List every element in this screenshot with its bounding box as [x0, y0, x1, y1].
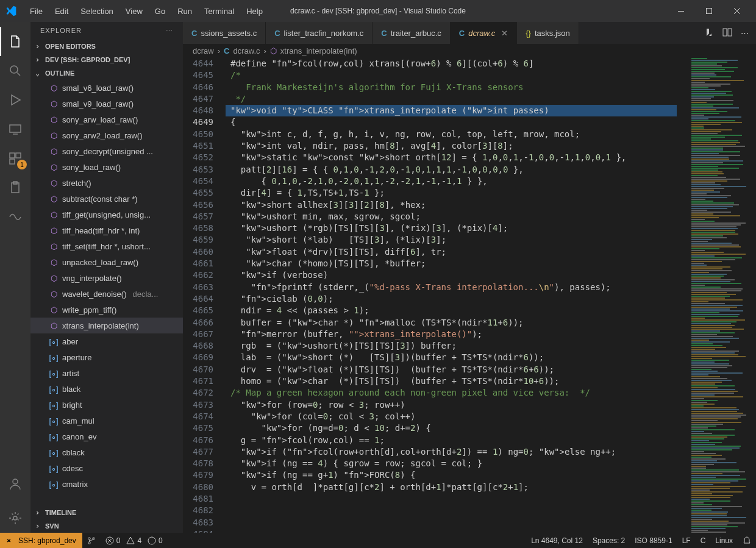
outline-item[interactable]: [∘]cam_mul [30, 413, 183, 429]
outline-item[interactable]: ⬡wavelet_denoise()decla... [30, 286, 183, 302]
outline-label: sony_arw2_load_raw() [62, 131, 143, 140]
outline-item[interactable]: ⬡tiff_set(tiff_hdr *, ushort... [30, 238, 183, 254]
outline-item[interactable]: ⬡write_ppm_tiff() [30, 302, 183, 318]
activity-clipboard[interactable] [0, 173, 30, 202]
outline-item[interactable]: ⬡smal_v6_load_raw() [30, 80, 183, 96]
problems[interactable]: 0 4 0 [101, 533, 168, 548]
outline-item[interactable]: [∘]canon_ev [30, 429, 183, 444]
section-svn[interactable]: ›SVN [30, 519, 183, 533]
svg-point-10 [13, 516, 17, 520]
minimize-button[interactable] [667, 0, 695, 22]
vscode-logo-icon [5, 5, 17, 17]
outline-item[interactable]: ⬡sony_decrypt(unsigned ... [30, 143, 183, 159]
outline-item[interactable]: ⬡sony_arw_load_raw() [30, 112, 183, 127]
chevron-right-icon: › [35, 508, 43, 517]
outline-item[interactable]: [∘]aperture [30, 349, 183, 365]
activity-explorer[interactable] [0, 27, 30, 56]
tab[interactable]: Clister_tracfin_norkom.c [266, 22, 373, 44]
outline-item[interactable]: [∘]cmatrix [30, 476, 183, 492]
outline-item[interactable]: [∘]bright [30, 397, 183, 413]
tab[interactable]: Cdcraw.c✕ [451, 22, 517, 44]
menu-selection[interactable]: Selection [75, 4, 118, 18]
outline-label: xtrans_interpolate(int) [62, 321, 139, 330]
outline-item[interactable]: ⬡xtrans_interpolate(int) [30, 318, 183, 333]
section-dev[interactable]: ›DEV [SSH: GBPROD_DEV] [30, 53, 183, 66]
info-icon [148, 536, 156, 545]
menu-view[interactable]: View [120, 4, 148, 18]
section-timeline[interactable]: ›TIMELINE [30, 506, 183, 519]
svg-rect-3 [10, 125, 21, 132]
language[interactable]: C [696, 536, 711, 545]
outline-item[interactable]: ⬡vng_interpolate() [30, 270, 183, 286]
outline-item[interactable]: ⬡tiff_head(tiff_hdr *, int) [30, 222, 183, 238]
outline-label: cam_mul [62, 416, 94, 425]
split-icon[interactable] [722, 27, 732, 39]
section-outline[interactable]: ⌄OUTLINE [30, 66, 183, 80]
outline-item[interactable]: ⬡subtract(const char *) [30, 191, 183, 207]
variable-icon: [∘] [49, 480, 59, 489]
compare-icon[interactable] [704, 27, 714, 39]
outline-item[interactable]: ⬡sony_load_raw() [30, 159, 183, 175]
more-icon[interactable]: ⋯ [741, 29, 749, 38]
outline-item[interactable]: ⬡unpacked_load_raw() [30, 254, 183, 270]
outline-item[interactable]: [∘]cblack [30, 444, 183, 460]
svg-rect-5 [16, 153, 21, 158]
more-icon[interactable]: ⋯ [166, 27, 173, 35]
outline-label: canon_ev [62, 432, 96, 441]
scm-branch[interactable] [82, 533, 101, 548]
tab[interactable]: Ctraiter_arbuc.c [373, 22, 450, 44]
outline-item[interactable]: ⬡stretch() [30, 175, 183, 191]
outline-label: write_ppm_tiff() [62, 305, 116, 315]
outline-item[interactable]: [∘]aber [30, 333, 183, 349]
tab-label: traiter_arbuc.c [391, 29, 441, 38]
breadcrumb[interactable]: dcraw› Cdcraw.c› ⬡xtrans_interpolate(int… [183, 44, 756, 58]
outline-label: bright [62, 400, 82, 410]
menu-edit[interactable]: Edit [49, 4, 74, 18]
activity-remote[interactable] [0, 115, 30, 144]
window-title: dcraw.c - dev [SSH: gbprod_dev] - Visual… [290, 7, 466, 15]
menu-go[interactable]: Go [149, 4, 171, 18]
minimap[interactable] [689, 58, 756, 533]
eol[interactable]: LF [677, 536, 696, 545]
outline-label: subtract(const char *) [62, 194, 138, 204]
indent[interactable]: Spaces: 2 [588, 536, 630, 545]
code-editor[interactable]: #define "fn">fcol(row,col) xtrans[(row+6… [226, 58, 756, 533]
variable-icon: [∘] [49, 432, 59, 441]
close-button[interactable] [723, 0, 751, 22]
tab[interactable]: Cssions_assets.c [183, 22, 266, 44]
menu-help[interactable]: Help [241, 4, 268, 18]
bell-icon[interactable] [738, 536, 756, 545]
outline-item[interactable]: ⬡tiff_get(unsigned, unsig... [30, 207, 183, 222]
close-icon[interactable]: ✕ [501, 29, 508, 38]
activity-search[interactable] [0, 56, 30, 85]
menu-file[interactable]: File [24, 4, 48, 18]
outline-item[interactable]: ⬡sony_arw2_load_raw() [30, 127, 183, 143]
activity-custom[interactable] [0, 202, 30, 232]
tab[interactable]: {}tasks.json [517, 22, 579, 44]
files-icon [9, 34, 23, 49]
outline-item[interactable]: [∘]artist [30, 365, 183, 381]
outline-item[interactable]: [∘]black [30, 381, 183, 397]
outline-item[interactable]: ⬡smal_v9_load_raw() [30, 96, 183, 112]
menu-terminal[interactable]: Terminal [199, 4, 240, 18]
outline-item[interactable]: [∘]cdesc [30, 460, 183, 476]
outline-label: sony_arw_load_raw() [62, 115, 138, 124]
outline-label: smal_v9_load_raw() [62, 99, 134, 109]
section-open-editors[interactable]: ›OPEN EDITORS [30, 40, 183, 53]
maximize-button[interactable] [695, 0, 723, 22]
svg-rect-4 [10, 153, 15, 158]
cursor-position[interactable]: Ln 4649, Col 12 [526, 536, 588, 545]
method-icon: ⬡ [49, 305, 59, 315]
activity-debug[interactable] [0, 85, 30, 115]
code-container[interactable]: 4644464546464647464846494650465146524653… [183, 58, 756, 533]
menu-run[interactable]: Run [172, 4, 198, 18]
activity-extensions[interactable]: 1 [0, 144, 30, 173]
method-icon: ⬡ [49, 274, 59, 283]
activity-account[interactable] [0, 469, 30, 499]
ssh-indicator[interactable]: SSH: gbprod_dev [0, 533, 82, 548]
encoding[interactable]: ISO 8859-1 [630, 536, 677, 545]
tab-label: dcraw.c [468, 29, 495, 38]
os[interactable]: Linux [710, 536, 738, 545]
outline-label: aber [62, 337, 78, 346]
activity-settings[interactable] [0, 504, 30, 533]
